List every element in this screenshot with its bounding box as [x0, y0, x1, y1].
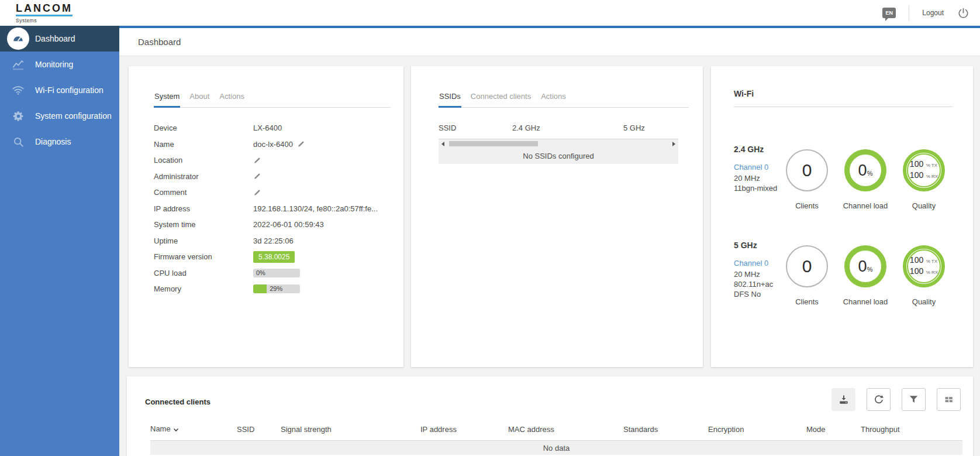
sidebar-item-dashboard[interactable]: Dashboard — [0, 26, 119, 52]
connected-clients-card: Connected clients — [127, 376, 973, 456]
system-row-device: Device LX-6400 — [154, 120, 391, 136]
gauge-label: Channel load — [843, 201, 888, 210]
quality-tx-value: 100 — [910, 255, 923, 265]
row-value: LX-6400 — [253, 124, 282, 132]
logout-button[interactable]: Logout — [922, 9, 944, 17]
ssids-card-tabs: SSIDs Connected clients Actions — [439, 92, 689, 108]
system-row-uptime: Uptime 3d 22:25:06 — [154, 233, 391, 249]
band-info: 5 GHz Channel 0 20 MHz 802.11n+ac DFS No — [734, 241, 778, 306]
clients-table-header: Name SSID Signal strength IP address MAC… — [150, 424, 962, 441]
scroll-left-arrow-icon[interactable] — [441, 142, 444, 146]
language-badge[interactable]: EN — [882, 8, 896, 18]
edit-pencil-icon[interactable] — [297, 140, 305, 148]
edit-pencil-icon[interactable] — [253, 172, 261, 180]
tab-connected-clients[interactable]: Connected clients — [470, 92, 532, 107]
sidebar-item-wifi-configuration[interactable]: Wi-Fi configuration — [0, 77, 119, 103]
gauge-label: Quality — [912, 297, 936, 306]
dashboard-content: System About Actions Device LX-6400 Name… — [119, 56, 980, 456]
quality-gauge: 100 % TX 100 % RX Quality — [895, 145, 953, 210]
sidebar-item-diagnosis[interactable]: Diagnosis — [0, 129, 119, 155]
column-standards: Standards — [623, 425, 708, 434]
wifi-icon — [7, 79, 29, 101]
magnifier-icon — [7, 131, 29, 153]
sidebar-item-monitoring[interactable]: Monitoring — [0, 52, 119, 77]
horizontal-scrollbar — [439, 139, 678, 148]
tab-about[interactable]: About — [189, 92, 210, 107]
tab-system[interactable]: System — [154, 92, 180, 108]
column-2-4ghz: 2.4 GHz — [512, 124, 623, 132]
system-row-ip-address: IP address 192.168.1.130/24, fe80::2a0:5… — [154, 201, 391, 217]
quality-rx-unit: % RX — [926, 270, 938, 275]
tab-actions[interactable]: Actions — [219, 92, 245, 107]
ssid-table-header: SSID 2.4 GHz 5 GHz — [439, 124, 678, 139]
system-row-cpu-load: CPU load 0% — [154, 265, 391, 282]
scrollbar-thumb[interactable] — [449, 141, 538, 146]
band-gauges: 0 Clients 0 % Channel load 100 % T — [778, 145, 953, 210]
filter-button[interactable] — [902, 388, 926, 411]
channel-load-unit: % — [867, 170, 873, 177]
row-value: 192.168.1.130/24, fe80::2a0:57ff:fe... — [253, 204, 378, 213]
table-toolbar — [831, 388, 961, 411]
gauge-icon — [7, 28, 29, 50]
channel-link[interactable]: Channel 0 — [734, 259, 778, 268]
channel-link[interactable]: Channel 0 — [734, 163, 778, 172]
quality-rx-unit: % RX — [926, 174, 938, 179]
tab-actions[interactable]: Actions — [540, 92, 567, 107]
sidebar-item-system-configuration[interactable]: System configuration — [0, 103, 119, 129]
row-label: Memory — [154, 284, 253, 293]
logo-sub-text: Systems — [16, 18, 73, 23]
lancom-logo: LANCOM Systems — [16, 3, 73, 23]
scroll-right-arrow-icon[interactable] — [672, 142, 675, 146]
download-button[interactable] — [831, 388, 855, 411]
system-row-comment: Comment — [154, 184, 391, 201]
system-row-system-time: System time 2022-06-01 00:59:43 — [154, 217, 391, 233]
column-name[interactable]: Name — [150, 424, 237, 434]
channel-load-gauge: 0 % Channel load — [836, 241, 895, 306]
refresh-button[interactable] — [867, 388, 891, 411]
edit-pencil-icon[interactable] — [253, 156, 261, 164]
connected-clients-table: Name SSID Signal strength IP address MAC… — [150, 424, 962, 455]
filter-icon — [908, 394, 919, 405]
band-detail: 20 MHz — [734, 173, 778, 183]
band-gauges: 0 Clients 0 % Channel load 100 % T — [778, 241, 953, 306]
wifi-card: Wi-Fi 2.4 GHz Channel 0 20 MHz 11bgn-mix… — [711, 66, 973, 367]
tab-ssids[interactable]: SSIDs — [439, 92, 461, 108]
memory-bar-fill — [253, 284, 267, 293]
download-icon — [838, 394, 850, 406]
channel-load-gauge: 0 % Channel load — [836, 145, 895, 210]
row-label: System time — [154, 220, 253, 229]
cpu-load-value: 0% — [256, 269, 265, 277]
column-ip-address: IP address — [420, 425, 508, 434]
channel-load-unit: % — [867, 266, 873, 273]
column-throughput: Throughput — [861, 425, 962, 434]
ssids-card: SSIDs Connected clients Actions SSID 2.4… — [411, 66, 703, 367]
grid-icon — [943, 394, 954, 405]
system-row-administrator: Administrator — [154, 169, 391, 185]
system-row-name: Name doc-lx-6400 — [154, 136, 391, 153]
band-name: 2.4 GHz — [734, 145, 778, 154]
sort-descending-icon — [173, 425, 179, 434]
column-encryption: Encryption — [708, 425, 806, 434]
column-ssid: SSID — [237, 425, 281, 434]
grid-view-button[interactable] — [937, 388, 961, 411]
wifi-card-title: Wi-Fi — [734, 89, 953, 107]
gauge-label: Quality — [912, 201, 936, 210]
page-title: Dashboard — [138, 37, 181, 47]
column-signal-strength: Signal strength — [281, 425, 420, 434]
gauge-label: Clients — [795, 297, 819, 306]
page-title-bar: Dashboard — [119, 28, 980, 56]
quality-tx-unit: % TX — [926, 259, 937, 264]
system-card: System About Actions Device LX-6400 Name… — [129, 66, 403, 367]
scrollbar-track[interactable] — [447, 141, 670, 146]
edit-pencil-icon[interactable] — [253, 188, 261, 197]
no-data-row: No data — [150, 441, 962, 455]
row-value: doc-lx-6400 — [253, 140, 293, 149]
power-icon[interactable] — [957, 6, 969, 19]
row-label: CPU load — [154, 269, 253, 277]
quality-gauge: 100 % TX 100 % RX Quality — [895, 241, 953, 306]
system-row-memory: Memory 29% — [154, 281, 391, 297]
wifi-band-2-4ghz: 2.4 GHz Channel 0 20 MHz 11bgn-mixed 0 C… — [711, 145, 973, 210]
band-detail: 802.11n+ac — [734, 279, 778, 289]
channel-load-value: 0 — [858, 162, 867, 180]
system-row-firmware: Firmware version 5.38.0025 — [154, 249, 391, 265]
